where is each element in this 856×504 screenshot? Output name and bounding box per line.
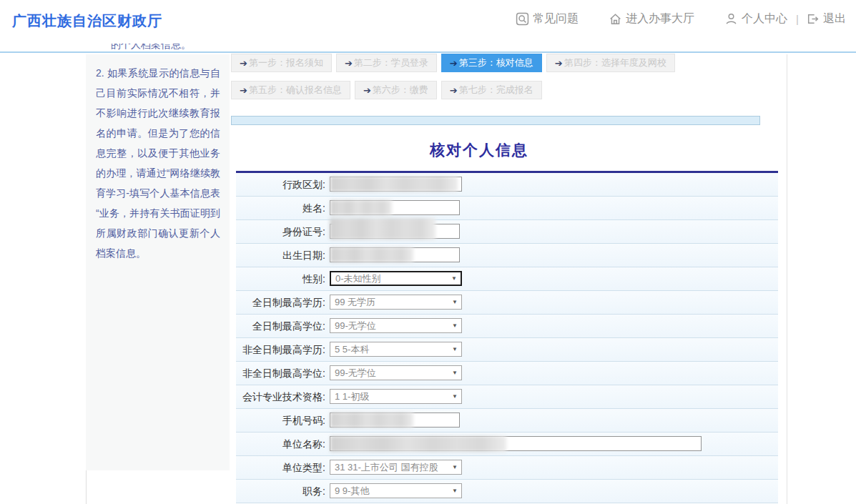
chevron-down-icon: ▼: [452, 390, 458, 403]
parttime-degree-select[interactable]: 99-无学位▼: [330, 365, 462, 380]
field-control-area: 31 31-上市公司 国有控股▼: [330, 456, 778, 479]
chevron-down-icon: ▼: [452, 319, 458, 332]
parttime-education-select[interactable]: 5 5-本科▼: [330, 342, 462, 357]
field-control-area: 9 9-其他▼: [330, 480, 778, 503]
form-row-name: 姓名:: [236, 197, 778, 220]
field-label-parttime-degree: 非全日制最高学位:: [236, 362, 330, 385]
redacted-value-blur: [330, 200, 392, 215]
form-row-accounting-qualification: 会计专业技术资格:1 1-初级▼: [236, 385, 778, 409]
form-row-gender: 性别:0-未知性别▼: [236, 267, 778, 291]
nav-item-user[interactable]: 个人中心: [724, 11, 787, 26]
step-tab-7[interactable]: ➔第七步：完成报名: [441, 81, 542, 99]
step-tab-label: 第一步：报名须知: [249, 56, 323, 69]
form-row-administrative-division: 行政区划:: [236, 173, 778, 197]
step-tab-5[interactable]: ➔第五步：确认报名信息: [231, 81, 350, 99]
field-control-area: [330, 173, 778, 196]
form-row-employer-name: 单位名称:: [236, 433, 778, 456]
select-value: 5 5-本科: [335, 344, 369, 355]
personal-info-form: 行政区划:姓名:身份证号:出生日期:性别:0-未知性别▼全日制最高学历:99 无…: [236, 171, 778, 503]
employer-type-select[interactable]: 31 31-上市公司 国有控股▼: [330, 460, 462, 475]
step-arrow-icon: ➔: [240, 85, 247, 96]
field-label-position: 职务:: [236, 480, 330, 503]
nav-divider: |: [796, 13, 799, 25]
field-control-area: [330, 244, 778, 267]
field-control-area: 99-无学位▼: [330, 315, 778, 337]
home-icon: [609, 12, 622, 26]
field-control-area: 1 1-初级▼: [330, 385, 778, 408]
form-row-position: 职务:9 9-其他▼: [236, 480, 778, 503]
field-label-id-number: 身份证号:: [236, 220, 330, 243]
faq-icon: [516, 12, 529, 26]
chevron-down-icon: ▼: [452, 295, 458, 309]
accounting-qualification-select[interactable]: 1 1-初级▼: [330, 389, 462, 404]
chevron-down-icon: ▼: [452, 460, 458, 474]
field-label-employer-name: 单位名称:: [236, 433, 330, 455]
select-value: 99-无学位: [335, 367, 376, 378]
nav-item-label: 退出: [823, 11, 846, 26]
step-tab-label: 第四步：选择年度及网校: [564, 56, 666, 69]
nav-item-label: 进入办事大厅: [626, 11, 694, 26]
position-select[interactable]: 9 9-其他▼: [330, 483, 462, 498]
step-arrow-icon: ➔: [363, 85, 371, 96]
step-arrow-icon: ➔: [240, 58, 247, 69]
select-value: 1 1-初级: [335, 391, 369, 402]
redacted-value-blur: [330, 412, 413, 428]
fulltime-degree-select[interactable]: 99-无学位▼: [330, 318, 462, 333]
field-label-name: 姓名:: [236, 197, 330, 219]
progress-strip: [231, 116, 760, 125]
step-tab-1[interactable]: ➔第一步：报名须知: [231, 54, 332, 72]
chevron-down-icon: ▼: [452, 484, 458, 498]
field-label-birth-date: 出生日期:: [236, 244, 330, 267]
main-content: ➔第一步：报名须知➔第二步：学员登录➔第三步：核对信息➔第四步：选择年度及网校➔…: [231, 54, 782, 503]
nav-item-logout[interactable]: 退出: [806, 11, 846, 26]
redacted-value-blur: [330, 177, 458, 192]
redacted-value-blur: [330, 247, 413, 262]
field-label-employer-type: 单位类型:: [236, 456, 330, 479]
nav-item-label: 个人中心: [742, 11, 787, 26]
field-label-fulltime-degree: 全日制最高学位:: [236, 315, 330, 337]
step-tab-4[interactable]: ➔第四步：选择年度及网校: [546, 54, 675, 72]
form-row-birth-date: 出生日期:: [236, 244, 778, 267]
step-tab-2[interactable]: ➔第二步：学员登录: [336, 54, 437, 72]
field-label-accounting-qualification: 会计专业技术资格:: [236, 385, 330, 408]
field-control-area: [330, 220, 778, 243]
step-tabs: ➔第一步：报名须知➔第二步：学员登录➔第三步：核对信息➔第四步：选择年度及网校➔…: [231, 54, 764, 108]
field-control-area: 99-无学位▼: [330, 362, 778, 385]
field-label-administrative-division: 行政区划:: [236, 173, 330, 196]
nav-item-faq[interactable]: 常见问题: [516, 11, 579, 26]
select-value: 31 31-上市公司 国有控股: [335, 462, 438, 473]
field-control-area: 5 5-本科▼: [330, 338, 778, 361]
step-arrow-icon: ➔: [555, 58, 563, 69]
page-title: 核对个人信息: [236, 140, 778, 160]
field-control-area: [330, 197, 778, 219]
field-label-parttime-education: 非全日制最高学历:: [236, 338, 330, 361]
form-row-parttime-education: 非全日制最高学历:5 5-本科▼: [236, 338, 778, 362]
fulltime-education-select[interactable]: 99 无学历▼: [330, 295, 462, 310]
field-label-mobile-number: 手机号码:: [236, 409, 330, 432]
redacted-value-blur: [330, 436, 506, 452]
redacted-value-blur: [330, 218, 436, 239]
step-tab-label: 第三步：核对信息: [459, 56, 533, 69]
form-row-id-number: 身份证号:: [236, 220, 778, 244]
step-arrow-icon: ➔: [450, 58, 458, 69]
field-label-gender: 性别:: [236, 267, 330, 290]
nav-item-home[interactable]: 进入办事大厅: [609, 11, 694, 26]
step-arrow-icon: ➔: [450, 85, 458, 96]
step-tab-6[interactable]: ➔第六步：缴费: [355, 81, 437, 99]
chevron-down-icon: ▼: [452, 366, 458, 380]
form-row-employer-type: 单位类型:31 31-上市公司 国有控股▼: [236, 456, 778, 480]
select-value: 99-无学位: [335, 320, 376, 331]
step-arrow-icon: ➔: [345, 58, 353, 69]
chevron-down-icon: ▼: [452, 342, 458, 356]
gender-select[interactable]: 0-未知性别▼: [330, 271, 462, 286]
form-row-fulltime-education: 全日制最高学历:99 无学历▼: [236, 291, 778, 315]
field-control-area: [330, 433, 778, 455]
header-nav: 常见问题进入办事大厅个人中心|退出: [486, 11, 846, 26]
content-right-border: [787, 54, 787, 504]
form-row-parttime-degree: 非全日制最高学位:99-无学位▼: [236, 362, 778, 385]
field-control-area: 99 无学历▼: [330, 291, 778, 314]
form-row-mobile-number: 手机号码:: [236, 409, 778, 433]
field-control-area: 0-未知性别▼: [330, 267, 778, 290]
sidebar-note-text: 2. 如果系统显示的信息与自己目前实际情况不相符，并不影响进行此次继续教育报名的…: [96, 63, 220, 263]
step-tab-3[interactable]: ➔第三步：核对信息: [441, 54, 542, 72]
